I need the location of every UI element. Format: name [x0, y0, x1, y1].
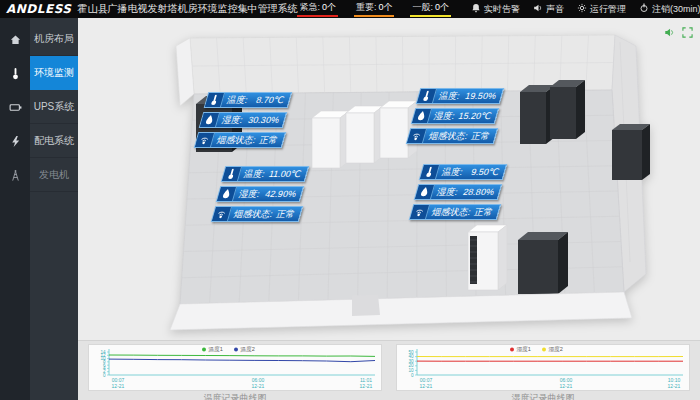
smoke-sensor-icon: [410, 205, 430, 219]
thermometer-icon: [205, 93, 225, 107]
sensor-panel-top-left[interactable]: 温度:8.70℃ 湿度:30.30% 烟感状态:正常: [196, 92, 290, 152]
smoke-sensor-icon: [407, 129, 427, 143]
svg-text:温度2: 温度2: [240, 346, 255, 353]
alarm-count: 0个: [322, 2, 336, 12]
battery-icon: [0, 90, 30, 124]
urgent-underline: [297, 15, 338, 17]
droplet-icon: [217, 187, 237, 201]
alarm-count: 0个: [435, 2, 449, 12]
temperature-chart-title: 温度记录曲线图: [88, 392, 382, 400]
sensor-label: 湿度:: [220, 114, 244, 127]
thermometer-icon: [222, 167, 242, 181]
power-icon: [639, 3, 649, 15]
sensor-value: 9.50℃: [466, 167, 505, 177]
sensor-label: 温度:: [440, 166, 464, 179]
sensor-value: 11.00℃: [264, 169, 308, 179]
temperature-chart-plot[interactable]: 0246810121400:0712-2106:0012-2111:0112-2…: [88, 344, 382, 391]
sensor-label: 温度:: [437, 90, 461, 103]
sensor-value: 正常: [254, 134, 285, 147]
lightning-icon: [0, 124, 30, 158]
speaker-icon: [533, 3, 543, 15]
sensor-value: 8.70℃: [251, 95, 290, 105]
app-logo: ANDLESS: [0, 2, 77, 16]
alarm-stat-general[interactable]: 一般:0个: [410, 0, 451, 18]
menu-label: 声音: [546, 3, 564, 16]
svg-text:12-21: 12-21: [112, 383, 125, 389]
alarm-count: 0个: [378, 2, 392, 12]
sidebar-item-label: 发电机: [30, 158, 78, 192]
sensor-label: 烟感状态:: [215, 134, 257, 147]
top-menu: 实时告警 声音 运行管理 注销(30min): [471, 3, 700, 16]
alarm-stat-urgent[interactable]: 紧急:0个: [297, 0, 338, 18]
sensor-label: 烟感状态:: [427, 130, 469, 143]
sidebar-item-environment-monitor[interactable]: 环境监测: [0, 56, 78, 90]
humidity-chart-plot[interactable]: 0102030405000:0712-2106:0012-2110:1012-2…: [396, 344, 690, 391]
sensor-value: 正常: [466, 130, 497, 143]
sound-icon[interactable]: [663, 26, 676, 39]
sidebar: 机房布局 环境监测 UPS系统 配电系统 发电机: [0, 18, 78, 400]
alarm-label: 一般:: [412, 2, 433, 12]
sidebar-item-label: 环境监测: [30, 56, 78, 90]
svg-text:30: 30: [408, 359, 414, 364]
gear-icon: [577, 3, 587, 15]
sidebar-item-generator[interactable]: 发电机: [0, 158, 78, 192]
sensor-label: 湿度:: [435, 186, 459, 199]
home-icon: [0, 22, 30, 56]
page-title: 霍山县广播电视发射塔机房环境监控集中管理系统: [77, 2, 297, 16]
fullscreen-icon[interactable]: [681, 26, 694, 39]
thermometer-icon: [0, 56, 30, 90]
sensor-label: 湿度:: [237, 188, 261, 201]
svg-text:40: 40: [408, 354, 414, 359]
thermometer-icon: [417, 89, 437, 103]
svg-text:12-21: 12-21: [420, 383, 433, 389]
svg-text:10: 10: [408, 368, 414, 373]
sensor-label: 温度:: [225, 94, 249, 107]
sensor-value: 42.90%: [260, 189, 302, 199]
smoke-sensor-icon: [195, 133, 215, 147]
general-underline: [410, 15, 451, 17]
svg-text:湿度1: 湿度1: [517, 346, 531, 353]
sidebar-item-power-distribution[interactable]: 配电系统: [0, 124, 78, 158]
important-underline: [354, 15, 395, 17]
topbar: ANDLESS 霍山县广播电视发射塔机房环境监控集中管理系统 紧急:0个 重要:…: [0, 0, 700, 18]
sensor-value: 正常: [271, 208, 302, 221]
sidebar-item-room-layout[interactable]: 机房布局: [0, 22, 78, 56]
logout-button[interactable]: 注销(30min): [639, 3, 700, 16]
tower-icon: [0, 158, 30, 192]
sound-button[interactable]: 声音: [533, 3, 564, 16]
sidebar-item-label: UPS系统: [30, 90, 78, 124]
sensor-panel-bottom-left[interactable]: 温度:11.00℃ 湿度:42.90% 烟感状态:正常: [213, 166, 307, 226]
humidity-chart-title: 湿度记录曲线图: [396, 392, 690, 400]
alarm-stats: 紧急:0个 重要:0个 一般:0个: [297, 0, 451, 18]
sensor-value: 15.20℃: [453, 111, 498, 121]
svg-text:12-21: 12-21: [560, 383, 573, 389]
sensor-panel-top-right[interactable]: 温度:19.50% 湿度:15.20℃ 烟感状态:正常: [408, 88, 502, 148]
charts-strip: 0246810121400:0712-2106:0012-2111:0112-2…: [78, 340, 700, 400]
smoke-sensor-icon: [212, 207, 232, 221]
alarm-label: 重要:: [356, 2, 377, 12]
main-view: 温度:8.70℃ 湿度:30.30% 烟感状态:正常 温度:19.50% 湿度:…: [78, 18, 700, 400]
sensor-label: 烟感状态:: [232, 208, 274, 221]
humidity-chart: 0102030405000:0712-2106:0012-2110:1012-2…: [396, 344, 690, 400]
droplet-icon: [415, 185, 435, 199]
svg-text:湿度2: 湿度2: [549, 346, 563, 353]
sensor-label: 烟感状态:: [430, 206, 472, 219]
sensor-value: 正常: [469, 206, 500, 219]
sensor-value: 19.50%: [460, 91, 502, 101]
sensor-value: 28.80%: [458, 187, 500, 197]
alarm-label: 紧急:: [299, 2, 320, 12]
svg-text:0: 0: [411, 373, 414, 378]
droplet-icon: [200, 113, 220, 127]
sidebar-item-ups-system[interactable]: UPS系统: [0, 90, 78, 124]
realtime-alarm-button[interactable]: 实时告警: [471, 3, 520, 16]
temperature-chart: 0246810121400:0712-2106:0012-2111:0112-2…: [88, 344, 382, 400]
view-controls: [663, 26, 694, 39]
bell-icon: [471, 3, 481, 15]
alarm-stat-important[interactable]: 重要:0个: [354, 0, 395, 18]
sidebar-item-label: 配电系统: [30, 124, 78, 158]
operation-management-button[interactable]: 运行管理: [577, 3, 626, 16]
sensor-panel-bottom-right[interactable]: 温度:9.50℃ 湿度:28.80% 烟感状态:正常: [411, 164, 505, 224]
svg-text:12-21: 12-21: [252, 383, 265, 389]
menu-label: 运行管理: [590, 3, 626, 16]
sidebar-item-label: 机房布局: [30, 22, 78, 56]
